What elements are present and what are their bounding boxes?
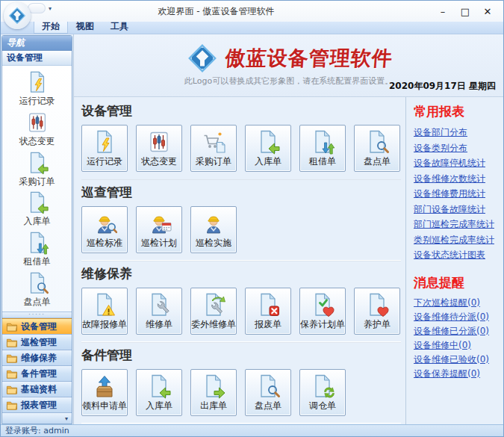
action-button[interactable]: 采购订单 xyxy=(190,125,237,172)
section-button-row: 故障报修单维修单委外维修单报废单保养计划单养护单 xyxy=(81,288,401,335)
doc-arrow-in-icon xyxy=(25,190,49,214)
action-button-label: 委外维修单 xyxy=(191,318,236,331)
action-button[interactable]: 保养计划单 xyxy=(299,288,346,335)
shortcut-section: 设备管理运行记录状态变更采购订单入库单租借单盘点单 xyxy=(81,99,401,179)
doc-lightning-icon xyxy=(92,129,117,155)
sidebar-item[interactable]: 入库单 xyxy=(2,190,72,231)
maximize-button[interactable]: □ xyxy=(454,3,476,19)
folder-icon xyxy=(6,337,18,348)
app-logo-icon[interactable] xyxy=(4,2,31,29)
action-button[interactable]: 故障报修单 xyxy=(81,288,128,335)
message-link[interactable]: 设备维修中(0) xyxy=(414,338,499,353)
folder-icon xyxy=(6,353,18,364)
sidebar-item-label: 入库单 xyxy=(24,215,51,228)
action-button-label: 巡检实施 xyxy=(196,237,231,250)
action-button-label: 租借单 xyxy=(309,155,336,168)
report-link[interactable]: 部门设备故障统计 xyxy=(414,202,499,217)
action-button-label: 维修单 xyxy=(146,318,172,331)
sidebar-module-button[interactable]: 基础资料 xyxy=(2,381,72,397)
action-button[interactable]: 巡检标准 xyxy=(81,206,128,253)
action-button-label: 养护单 xyxy=(364,318,391,331)
action-button[interactable]: 维修单 xyxy=(136,288,182,335)
folder-icon xyxy=(6,321,18,332)
action-button-label: 入库单 xyxy=(255,155,281,168)
message-link[interactable]: 设备维修待分派(0) xyxy=(414,310,499,324)
doc-lightning-icon xyxy=(25,70,49,94)
action-button-label: 采购订单 xyxy=(196,155,231,168)
action-button[interactable]: 调仓单 xyxy=(299,369,346,416)
sidebar-module-label: 备件管理 xyxy=(21,368,57,380)
report-link[interactable]: 设备类别分布 xyxy=(414,140,499,156)
message-link[interactable]: 下次巡检提醒(0) xyxy=(414,296,499,310)
report-link[interactable]: 设备维修次数统计 xyxy=(414,171,499,187)
doc-heart-icon xyxy=(364,292,390,317)
action-button[interactable]: 盘点单 xyxy=(354,125,400,172)
action-button[interactable]: 入库单 xyxy=(136,369,182,416)
sidebar-splitter[interactable]: ····· xyxy=(2,312,72,318)
sidebar-item[interactable]: 运行记录 xyxy=(2,70,72,111)
doc-arrow-out-icon xyxy=(201,374,226,399)
action-button[interactable]: 租借单 xyxy=(299,125,346,172)
sidebar-item-label: 盘点单 xyxy=(24,296,51,309)
report-link[interactable]: 设备状态统计图表 xyxy=(414,247,499,263)
report-link[interactable]: 部门巡检完成率统计 xyxy=(414,217,499,232)
sidebar-module-label: 设备管理 xyxy=(21,320,57,333)
sidebar-item[interactable]: 状态变更 xyxy=(2,111,72,151)
section-title: 备件管理 xyxy=(81,347,401,364)
sidebar-module-button[interactable]: 维修保养 xyxy=(2,350,72,365)
nav-panel-title: 导航 xyxy=(2,36,72,51)
quick-access-toolbar[interactable] xyxy=(28,3,46,13)
doc-arrows-updown-icon xyxy=(310,129,335,155)
report-link[interactable]: 设备维修费用统计 xyxy=(414,186,499,202)
doc-search-icon xyxy=(255,374,281,399)
sidebar-module-button[interactable]: 设备管理 xyxy=(2,318,72,334)
shortcut-section: 备件管理领料申请单入库单出库单盘点单调仓单 xyxy=(81,342,401,424)
sidebar-module-button[interactable]: 报表管理 xyxy=(2,397,72,412)
worker-calendar-icon xyxy=(146,211,172,236)
action-button[interactable]: 出库单 xyxy=(190,369,237,416)
doc-transfer-icon xyxy=(310,374,335,399)
chevron-down-icon: ▾ xyxy=(65,415,68,422)
sidebar-item[interactable]: 采购订单 xyxy=(2,151,72,191)
action-button[interactable]: 巡检实施 xyxy=(190,206,237,253)
report-link-list: 设备部门分布设备类别分布设备故障停机统计设备维修次数统计设备维修费用统计部门设备… xyxy=(414,125,499,263)
sidebar-item[interactable]: 租借单 xyxy=(2,231,72,271)
action-button[interactable]: 报废单 xyxy=(245,288,291,335)
action-button[interactable]: 盘点单 xyxy=(245,369,291,416)
section-button-row: 领料申请单入库单出库单盘点单调仓单 xyxy=(81,369,401,416)
sliders-icon xyxy=(25,111,49,134)
minimize-button[interactable]: – xyxy=(432,3,454,19)
action-button[interactable]: 委外维修单 xyxy=(190,288,237,335)
sidebar-module-button[interactable]: 巡检管理 xyxy=(2,334,72,350)
nav-group-header[interactable]: 设备管理 xyxy=(2,51,72,66)
action-button-label: 入库单 xyxy=(146,400,172,412)
section-title: 维修保养 xyxy=(81,265,401,282)
report-link[interactable]: 设备故障停机统计 xyxy=(414,155,499,171)
action-button[interactable]: 状态变更 xyxy=(136,125,182,172)
action-button[interactable]: 养护单 xyxy=(354,288,400,335)
action-button[interactable]: 运行记录 xyxy=(81,125,128,172)
sidebar-item[interactable]: 盘点单 xyxy=(2,271,72,312)
action-button[interactable]: 领料申请单 xyxy=(81,369,128,416)
sidebar-module-label: 巡检管理 xyxy=(21,336,57,349)
message-link[interactable]: 设备保养提醒(0) xyxy=(414,367,499,381)
quick-access-dropdown-icon[interactable]: ▾ xyxy=(49,5,52,12)
action-button[interactable]: 入库单 xyxy=(245,125,291,172)
folder-icon xyxy=(6,384,18,395)
action-button-label: 盘点单 xyxy=(255,400,281,412)
navigation-sidebar: 导航 设备管理 运行记录状态变更采购订单入库单租借单盘点单 ····· 设备管理… xyxy=(1,35,72,424)
message-link[interactable]: 设备维修已验收(0) xyxy=(414,353,499,367)
action-button[interactable]: 巡检计划 xyxy=(136,206,182,253)
close-button[interactable]: ✕ xyxy=(476,3,499,19)
doc-wrench-icon xyxy=(146,292,172,317)
sidebar-item-label: 租借单 xyxy=(24,255,51,268)
login-account-label: 登录账号: admin xyxy=(5,425,69,436)
sidebar-overflow-button[interactable]: ▾ xyxy=(2,412,72,424)
doc-check-heart-icon xyxy=(310,292,335,317)
message-link[interactable]: 设备维修已分派(0) xyxy=(414,324,499,338)
section-button-row: 巡检标准巡检计划巡检实施 xyxy=(81,206,401,253)
report-link[interactable]: 设备部门分布 xyxy=(414,125,499,140)
report-link[interactable]: 类别巡检完成率统计 xyxy=(414,232,499,248)
action-button-label: 状态变更 xyxy=(141,155,177,168)
sidebar-module-button[interactable]: 备件管理 xyxy=(2,365,72,381)
